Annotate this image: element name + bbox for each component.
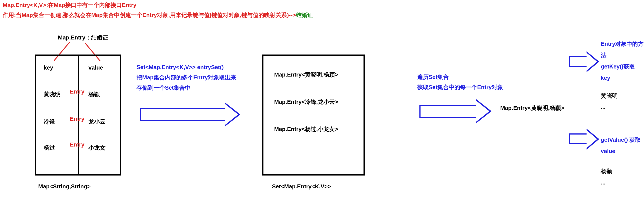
set-item-0: Map.Entry<黄晓明,杨颖>	[274, 71, 338, 79]
traverse-note: 遍历Set集合 获取Set集合中的每一个Entry对象	[417, 72, 503, 93]
set-type-label: Set<Map.Entry<K,V>>	[272, 183, 331, 190]
map-row-0-value: 杨颖	[88, 91, 100, 98]
set-item-1: Map.Entry<冷锋,龙小云>	[274, 98, 338, 106]
getvalue-block: getValue() 获取value 杨颖 ...	[601, 134, 644, 188]
arrow-map-to-set	[140, 103, 240, 121]
getkey-method: getKey()获取key	[601, 61, 644, 84]
getvalue-ellipsis: ...	[601, 177, 644, 188]
arrow-set-to-entry	[420, 99, 494, 118]
entryset-note-l1: Set<Map.Entry<K,V>> entrySet()	[136, 62, 236, 72]
header-line2: 作用:当Map集合一创建,那么就会在Map集合中创建一个Entry对象,用来记录…	[2, 11, 313, 19]
getkey-block: Entry对象中的方法 getKey()获取key 黄晓明 ...	[601, 38, 644, 113]
header-line2-red: 作用:当Map集合一创建,那么就会在Map集合中创建一个Entry对象,用来记录…	[2, 12, 296, 18]
map-row-0-entry: Entry	[70, 88, 84, 95]
entryset-note-l3: 存储到一个Set集合中	[136, 83, 236, 93]
traverse-note-l2: 获取Set集合中的每一个Entry对象	[417, 82, 503, 93]
map-header-key: key	[44, 64, 53, 71]
header-line1: Map.Entry<K,V>:在Map接口中有一个内部接口Entry	[2, 1, 136, 9]
map-row-0-key: 黄晓明	[44, 91, 61, 98]
entryset-note: Set<Map.Entry<K,V>> entrySet() 把Map集合内部的…	[136, 62, 236, 93]
map-row-1-entry: Entry	[70, 115, 84, 122]
map-divider	[78, 55, 79, 176]
arrow-to-getvalue	[569, 129, 602, 144]
map-row-1-key: 冷锋	[44, 118, 55, 125]
map-row-1-value: 龙小云	[88, 118, 106, 125]
map-row-2-key: 杨过	[44, 144, 55, 152]
getkey-ellipsis: ...	[601, 102, 644, 113]
header-line2-green: 结婚证	[296, 12, 313, 18]
set-item-2: Map.Entry<杨过,小龙女>	[274, 125, 338, 133]
map-header-value: value	[88, 64, 103, 71]
map-row-2-entry: Entry	[70, 141, 84, 148]
entryset-note-l2: 把Map集合内部的多个Entry对象取出来	[136, 72, 236, 83]
map-type-label: Map<String,String>	[38, 183, 91, 190]
getvalue-method: getValue() 获取value	[601, 134, 644, 157]
map-entry-title: Map.Entry：结婚证	[58, 34, 108, 41]
map-row-2-value: 小龙女	[88, 144, 106, 152]
entry-object: Map.Entry<黄晓明,杨颖>	[500, 104, 564, 112]
getkey-result: 黄晓明	[601, 90, 644, 102]
traverse-note-l1: 遍历Set集合	[417, 72, 503, 82]
getvalue-result: 杨颖	[601, 166, 644, 177]
getkey-title: Entry对象中的方法	[601, 38, 644, 61]
arrow-to-getkey	[569, 51, 602, 67]
